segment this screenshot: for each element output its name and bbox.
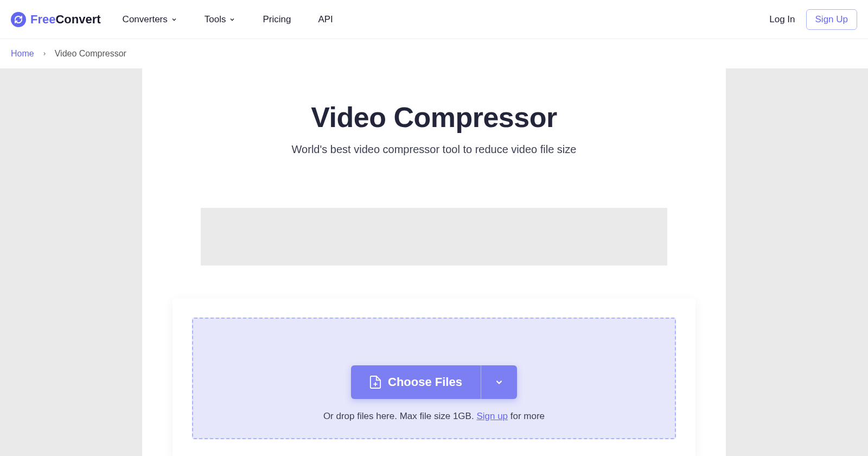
content-card: Video Compressor World's best video comp… (142, 68, 726, 456)
header: FreeConvert Converters Tools Pricing API… (0, 0, 868, 39)
drop-text-suffix: for more (508, 411, 545, 421)
signup-link-inline[interactable]: Sign up (476, 411, 508, 421)
choose-files-dropdown[interactable] (481, 365, 517, 399)
breadcrumb: Home Video Compressor (0, 39, 868, 68)
logo-text: FreeConvert (30, 12, 101, 27)
nav-pricing-label: Pricing (263, 14, 291, 25)
nav-api[interactable]: API (318, 14, 333, 25)
page-subtitle: World's best video compressor tool to re… (142, 143, 726, 156)
chevron-right-icon (42, 51, 47, 56)
drop-text-prefix: Or drop files here. Max file size 1GB. (323, 411, 477, 421)
chevron-down-icon (171, 16, 177, 23)
nav-converters-label: Converters (123, 14, 168, 25)
logo-icon (11, 12, 26, 27)
signup-button[interactable]: Sign Up (806, 9, 857, 30)
choose-files-group: Choose Files (351, 365, 517, 399)
page-title: Video Compressor (142, 101, 726, 134)
breadcrumb-current: Video Compressor (55, 49, 126, 59)
file-add-icon (369, 375, 381, 389)
dropzone[interactable]: Choose Files Or drop files here. Max fil… (192, 318, 676, 439)
nav-tools[interactable]: Tools (205, 14, 236, 25)
drop-text: Or drop files here. Max file size 1GB. S… (204, 411, 664, 422)
ad-placeholder (201, 208, 667, 265)
upload-card: Choose Files Or drop files here. Max fil… (173, 298, 695, 456)
choose-files-button[interactable]: Choose Files (351, 365, 481, 399)
chevron-down-icon (229, 16, 235, 23)
choose-files-label: Choose Files (388, 375, 462, 389)
logo[interactable]: FreeConvert (11, 12, 101, 27)
auth-section: Log In Sign Up (769, 9, 857, 30)
nav-pricing[interactable]: Pricing (263, 14, 291, 25)
main-nav: Converters Tools Pricing API (123, 14, 770, 25)
breadcrumb-home[interactable]: Home (11, 49, 34, 59)
nav-tools-label: Tools (205, 14, 226, 25)
page-background: Video Compressor World's best video comp… (0, 68, 868, 456)
nav-converters[interactable]: Converters (123, 14, 177, 25)
nav-api-label: API (318, 14, 333, 25)
login-link[interactable]: Log In (769, 14, 795, 25)
chevron-down-icon (494, 377, 504, 387)
